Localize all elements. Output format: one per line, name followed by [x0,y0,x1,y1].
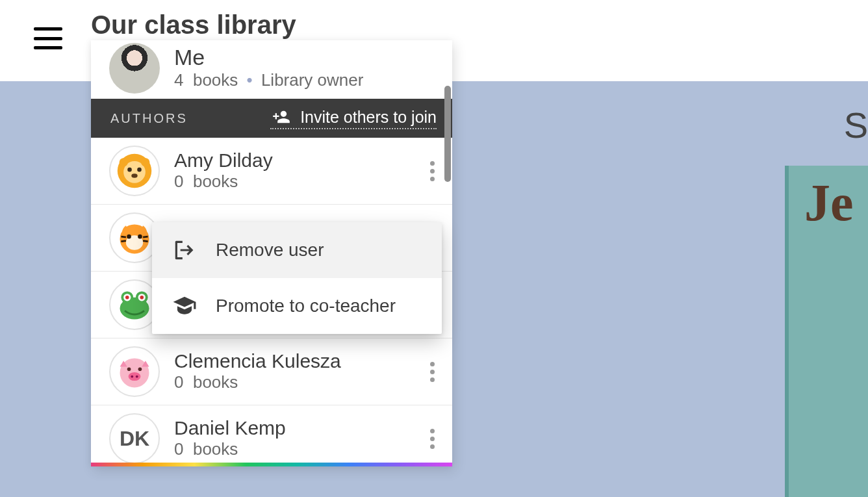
rainbow-divider [91,463,452,466]
row-menu-button[interactable] [418,153,446,189]
promote-label: Promote to co-teacher [216,296,396,316]
person-add-icon [270,108,292,126]
svg-point-17 [140,296,144,299]
svg-point-21 [136,376,138,378]
avatar-lion-icon [109,146,160,196]
graduation-cap-icon [170,294,199,318]
author-name: Amy Dilday [174,150,273,171]
page-title: Our class library [91,10,296,40]
invite-label: Invite others to join [300,108,437,127]
book-cover-preview[interactable]: Je [785,166,868,497]
svg-point-9 [127,235,131,239]
scrollbar-thumb[interactable] [444,86,451,182]
svg-point-6 [141,158,149,166]
owner-subline: 4 books • Library owner [174,70,363,90]
svg-point-2 [127,168,132,172]
authors-section-header: AUTHORS Invite others to join [91,99,452,138]
svg-point-23 [138,367,142,371]
avatar-initials: DK [109,413,160,463]
author-name: Daniel Kemp [174,418,286,439]
owner-name: Me [174,46,363,70]
remove-user-label: Remove user [216,240,324,261]
logout-icon [170,238,199,262]
avatar [109,43,160,94]
remove-user-item[interactable]: Remove user [152,222,442,278]
authors-label: AUTHORS [110,111,188,126]
svg-point-10 [138,235,142,239]
svg-point-20 [131,376,133,378]
author-row: Clemencia Kulesza 0 books [91,338,452,405]
author-row: DK Daniel Kemp 0 books [91,405,452,463]
author-books: 0 books [174,439,286,459]
author-context-menu: Remove user Promote to co-teacher [152,222,442,334]
svg-point-16 [125,296,129,299]
avatar-pig-icon [109,346,160,397]
row-menu-button[interactable] [418,353,446,390]
author-row: Amy Dilday 0 books [91,138,452,205]
author-books: 0 books [174,172,273,192]
more-vert-icon [430,429,435,449]
side-letter: S [844,104,868,146]
svg-point-3 [137,168,142,172]
svg-point-22 [127,367,131,371]
hamburger-menu-icon[interactable] [34,27,62,49]
promote-co-teacher-item[interactable]: Promote to co-teacher [152,278,442,334]
svg-point-4 [131,173,137,178]
row-menu-button[interactable] [418,420,446,457]
author-books: 0 books [174,372,341,392]
svg-point-5 [120,158,128,166]
svg-point-19 [129,372,141,381]
owner-row: Me 4 books • Library owner [91,40,452,99]
more-vert-icon [430,161,435,181]
book-title-partial: Je [804,173,854,233]
author-name: Clemencia Kulesza [174,351,341,372]
more-vert-icon [430,362,435,382]
invite-others-button[interactable]: Invite others to join [270,108,437,129]
